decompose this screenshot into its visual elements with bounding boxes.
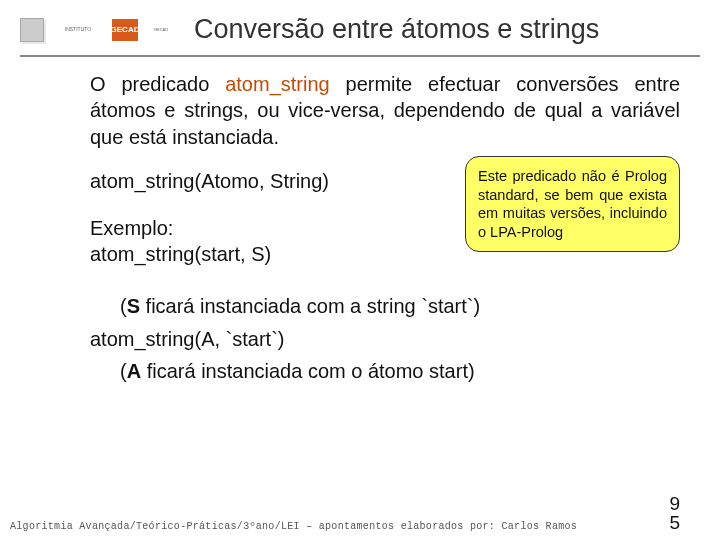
keyword-atom-string: atom_string: [225, 73, 330, 95]
example1-call: atom_string(start, S): [90, 243, 271, 265]
logo-institute-icon: [20, 18, 44, 42]
predicate-signature: atom_string(Atomo, String): [90, 168, 453, 194]
content-area: O predicado atom_string permite efectuar…: [0, 57, 720, 385]
logo-gecad-icon: GECAD: [112, 19, 138, 41]
example1-result: (S ficará instanciada com a string `star…: [120, 293, 680, 319]
example-label: Exemplo:: [90, 217, 173, 239]
logo-block: INSTITUTO GECAD GECAD: [20, 18, 180, 42]
example-block: Exemplo: atom_string(start, S): [90, 215, 453, 268]
footer-text: Algoritmia Avançada/Teórico-Práticas/3ºa…: [10, 521, 577, 532]
logo-institute-text: INSTITUTO: [48, 19, 108, 41]
para1-pre: O predicado: [90, 73, 225, 95]
logo-gecad-text: GECAD: [142, 19, 180, 41]
example2-call: atom_string(A, `start`): [90, 326, 680, 352]
intro-paragraph: O predicado atom_string permite efectuar…: [90, 71, 680, 150]
page-number: 9 5: [669, 494, 680, 532]
page-title: Conversão entre átomos e strings: [194, 14, 599, 45]
example2-result: (A ficará instanciada com o átomo start): [120, 358, 680, 384]
note-box: Este predicado não é Prolog standard, se…: [465, 156, 680, 252]
